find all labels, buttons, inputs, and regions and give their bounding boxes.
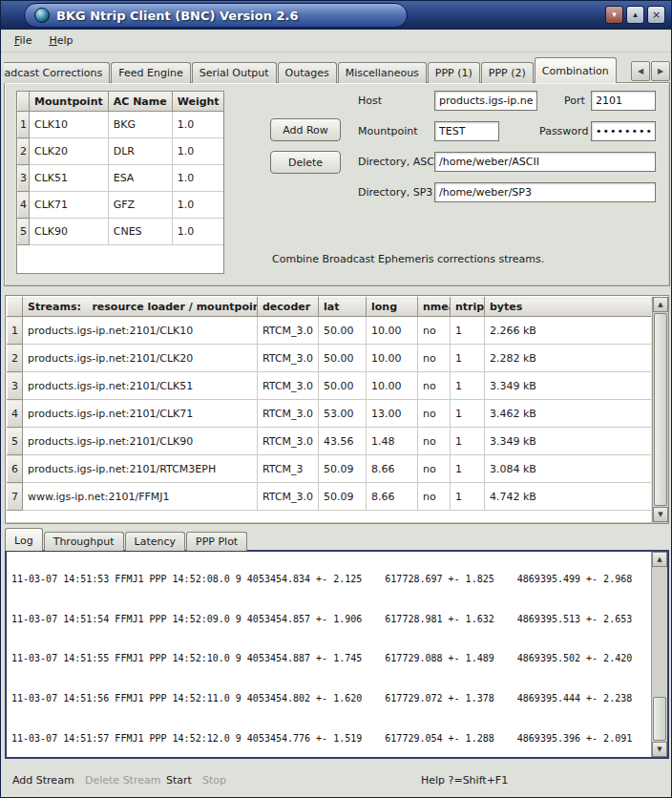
stream-row[interactable]: 1 products.igs-ip.net:2101/CLK10 RTCM_3.… (8, 317, 652, 345)
titlebar-pill[interactable]: BKG Ntrip Client (BNC) Version 2.6 (24, 3, 408, 28)
combination-header-mountpoint[interactable]: Mountpoint (30, 93, 109, 112)
start-button[interactable]: Start (166, 774, 192, 787)
stream-row[interactable]: 6 products.igs-ip.net:2101/RTCM3EPH RTCM… (8, 455, 652, 483)
cell-ntrip: 1 (451, 372, 485, 400)
cell-ac-name[interactable]: BKG (108, 112, 172, 138)
directory-sp3-input[interactable] (434, 182, 656, 202)
cell-lat: 50.00 (319, 317, 367, 345)
stream-row[interactable]: 3 products.igs-ip.net:2101/CLK51 RTCM_3.… (8, 372, 652, 400)
delete-button[interactable]: Delete (270, 151, 341, 174)
cell-ac-name[interactable]: GFZ (108, 192, 172, 219)
tab-log[interactable]: Log (5, 528, 43, 551)
stream-row[interactable]: 5 products.igs-ip.net:2101/CLK90 RTCM_3.… (8, 428, 652, 455)
row-number[interactable]: 2 (18, 138, 30, 165)
host-label: Host (358, 94, 382, 107)
scroll-down-icon[interactable]: ▼ (652, 742, 667, 757)
scroll-up-icon[interactable]: ▲ (653, 297, 668, 312)
row-number[interactable]: 4 (18, 192, 30, 219)
row-number[interactable]: 1 (18, 112, 30, 138)
scroll-up-icon[interactable]: ▲ (652, 552, 667, 567)
cell-decoder: RTCM_3.0 (258, 428, 319, 455)
cell-ntrip: 1 (451, 317, 485, 345)
help-button[interactable]: Help ?=Shift+F1 (421, 774, 508, 787)
cell-long: 10.00 (367, 317, 418, 345)
cell-mountpoint[interactable]: CLK71 (30, 192, 109, 219)
tab-feed-engine[interactable]: Feed Engine (111, 62, 190, 83)
scrollbar-track[interactable] (652, 567, 667, 742)
menu-file[interactable]: File (6, 32, 40, 50)
stream-row[interactable]: 7 www.igs-ip.net:2101/FFMJ1 RTCM_3.0 50.… (8, 483, 652, 511)
cell-weight[interactable]: 1.0 (172, 138, 224, 165)
cell-bytes: 4.742 kB (485, 483, 652, 511)
tab-combination[interactable]: Combination (535, 57, 617, 83)
cell-mountpoint[interactable]: CLK20 (30, 138, 109, 165)
cell-weight[interactable]: 1.0 (172, 219, 224, 245)
tab-outages[interactable]: Outages (278, 62, 337, 83)
row-number: 2 (8, 345, 23, 372)
port-input[interactable] (591, 91, 656, 111)
add-row-button[interactable]: Add Row (270, 118, 341, 141)
host-input[interactable] (434, 91, 537, 111)
cell-ac-name[interactable]: DLR (108, 138, 172, 165)
log-output[interactable]: 11-03-07 14:51:53 FFMJ1 PPP 14:52:08.0 9… (5, 550, 669, 759)
add-stream-button[interactable]: Add Stream (12, 774, 74, 787)
cell-ac-name[interactable]: ESA (108, 165, 172, 192)
streams-scrollbar[interactable]: ▲ ▼ (652, 297, 668, 522)
streams-header-decoder[interactable]: decoder (258, 298, 319, 317)
row-number[interactable]: 5 (18, 219, 30, 245)
cell-nmea: no (418, 317, 451, 345)
maximize-button[interactable]: ▴ (626, 6, 644, 24)
streams-header-mountpoint[interactable]: Streams: resource loader / mountpoint (23, 298, 258, 317)
window-controls: ▾ ▴ × (605, 6, 665, 24)
tab-miscellaneous[interactable]: Miscellaneous (338, 62, 427, 83)
titlebar[interactable]: BKG Ntrip Client (BNC) Version 2.6 ▾ ▴ × (1, 1, 671, 30)
cell-ntrip: 1 (451, 455, 485, 483)
cell-weight[interactable]: 1.0 (172, 165, 224, 192)
tabs-scroll-left-button[interactable]: ◀ (631, 61, 650, 81)
close-button[interactable]: × (647, 6, 665, 24)
cell-ntrip: 1 (451, 428, 485, 455)
mountpoint-input[interactable] (434, 121, 499, 141)
directory-ascii-input[interactable] (434, 152, 656, 172)
combination-note: Combine Broadcast Ephemeris corrections … (272, 253, 544, 265)
cell-stream: products.igs-ip.net:2101/CLK51 (23, 372, 258, 400)
port-label: Port (564, 94, 585, 107)
streams-table: Streams: resource loader / mountpoint de… (7, 297, 651, 511)
cell-weight[interactable]: 1.0 (172, 192, 224, 219)
scrollbar-thumb[interactable] (654, 313, 667, 506)
tab-throughput[interactable]: Throughput (44, 532, 124, 551)
tab-serial-output[interactable]: Serial Output (192, 62, 277, 83)
streams-header-ntrip[interactable]: ntrip (451, 298, 485, 317)
scrollbar-track[interactable] (653, 312, 668, 507)
tab-ppp-plot[interactable]: PPP Plot (186, 532, 247, 551)
combination-row: 5 CLK90 CNES 1.0 (18, 219, 225, 245)
menu-help[interactable]: Help (40, 32, 81, 50)
combination-table: Mountpoint AC Name Weight 1 CLK10 BKG 1.… (17, 92, 224, 245)
tab-latency[interactable]: Latency (125, 532, 185, 551)
cell-weight[interactable]: 1.0 (172, 112, 224, 138)
streams-header-bytes[interactable]: bytes (485, 298, 652, 317)
streams-header-long[interactable]: long (367, 298, 418, 317)
minimize-button[interactable]: ▾ (605, 6, 623, 24)
combination-header-ac-name[interactable]: AC Name (108, 93, 172, 112)
streams-header-nmea[interactable]: nmea (418, 298, 451, 317)
tab-broadcast-corrections[interactable]: Broadcast Corrections (4, 62, 110, 83)
scrollbar-thumb[interactable] (653, 697, 666, 741)
log-scrollbar[interactable]: ▲ ▼ (651, 552, 667, 757)
tabs-scroll-right-button[interactable]: ▶ (651, 61, 670, 81)
scroll-down-icon[interactable]: ▼ (653, 507, 668, 522)
stream-row[interactable]: 4 products.igs-ip.net:2101/CLK71 RTCM_3.… (8, 400, 652, 428)
tab-ppp-1[interactable]: PPP (1) (428, 62, 480, 83)
cell-long: 1.48 (367, 428, 418, 455)
cell-long: 8.66 (367, 483, 418, 511)
cell-mountpoint[interactable]: CLK90 (30, 219, 109, 245)
cell-mountpoint[interactable]: CLK51 (30, 165, 109, 192)
stream-row[interactable]: 2 products.igs-ip.net:2101/CLK20 RTCM_3.… (8, 345, 652, 372)
streams-header-lat[interactable]: lat (319, 298, 367, 317)
combination-header-weight[interactable]: Weight (172, 93, 224, 112)
password-input[interactable] (591, 121, 656, 141)
tab-ppp-2[interactable]: PPP (2) (481, 62, 534, 83)
row-number[interactable]: 3 (18, 165, 30, 192)
cell-mountpoint[interactable]: CLK10 (30, 112, 109, 138)
cell-ac-name[interactable]: CNES (108, 219, 172, 245)
